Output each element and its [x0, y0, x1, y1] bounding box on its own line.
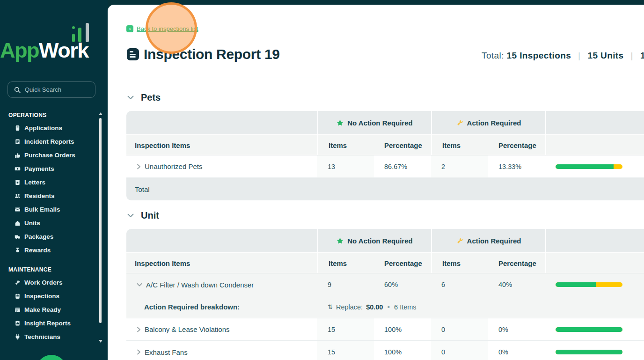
- technicians-icon: [15, 334, 21, 340]
- table-row-balcony[interactable]: Balcony & Lease Violations 15 100% 0 0%: [126, 318, 644, 341]
- chevron-down-icon[interactable]: [127, 213, 134, 218]
- insight-reports-icon: [15, 320, 21, 326]
- total-label: Total:: [482, 51, 504, 60]
- progress-bar: [556, 327, 622, 332]
- section-pets-title: Pets: [141, 92, 161, 103]
- chevron-down-icon[interactable]: [137, 283, 142, 287]
- sidebar-nav: OPERATIONS Applications Incident Reports…: [0, 112, 108, 344]
- units-icon: [15, 220, 21, 226]
- make-ready-icon: [15, 307, 21, 313]
- progress-bar: [556, 164, 622, 169]
- click-indicator: [146, 2, 197, 54]
- progress-bar: [556, 282, 622, 287]
- wrench-icon: [456, 237, 463, 244]
- breakdown-row: Action Required breakdown: ⇅ Replace: $0…: [126, 296, 644, 318]
- column-header-row: Inspection Items Items Percentage Items …: [126, 134, 644, 155]
- main-content: ‹ Back to inspections list Inspection Re…: [108, 5, 644, 360]
- star-icon: [337, 237, 344, 244]
- breakdown-label: Action Required breakdown:: [126, 296, 317, 318]
- sidebar-item-rewards[interactable]: Rewards: [0, 243, 108, 257]
- inspections-icon: [15, 293, 21, 299]
- letters-icon: [15, 179, 21, 185]
- group-header-row: No Action Required Action Required: [126, 111, 644, 134]
- sort-arrows-icon: ⇅: [328, 303, 333, 310]
- sidebar: AppWork Quick Search OPERATIONS Applicat…: [0, 0, 108, 360]
- sidebar-scrollbar[interactable]: [99, 118, 102, 323]
- percentage-header: Percentage: [488, 135, 545, 155]
- search-icon: [14, 87, 21, 93]
- items-header: Items: [317, 135, 374, 155]
- sidebar-item-inspections[interactable]: Inspections: [0, 289, 108, 303]
- unit-table: No Action Required Action Required Inspe…: [126, 229, 644, 360]
- header-divider: [126, 78, 644, 78]
- percentage-header: Percentage: [374, 135, 431, 155]
- logo-bar-icon: [78, 28, 81, 42]
- report-icon: [127, 48, 139, 60]
- total-clipped: 15: [640, 51, 644, 60]
- column-header-row: Inspection Items Items Percentage Items …: [126, 252, 644, 273]
- chevron-right-icon[interactable]: [137, 349, 141, 355]
- sidebar-item-residents[interactable]: Residents: [0, 189, 108, 203]
- back-arrow-icon[interactable]: ‹: [126, 25, 133, 32]
- no-action-required-header: No Action Required: [317, 229, 431, 252]
- applications-icon: [15, 125, 21, 131]
- logo-work-text: Work: [39, 38, 88, 62]
- progress-bar: [556, 350, 622, 354]
- sidebar-item-technicians[interactable]: Technicians: [0, 330, 108, 344]
- rewards-icon: [15, 247, 21, 253]
- table-row-exhaust-fans[interactable]: Exhaust Fans 15 100% 0 0%: [126, 341, 644, 360]
- sidebar-item-applications[interactable]: Applications: [0, 121, 108, 135]
- total-row: Total: [126, 178, 644, 200]
- appwork-logo: AppWork: [0, 38, 88, 63]
- sidebar-item-letters[interactable]: Letters: [0, 176, 108, 189]
- chevron-right-icon[interactable]: [137, 327, 141, 332]
- nav-section-maintenance: MAINTENANCE: [0, 266, 108, 273]
- sidebar-item-packages[interactable]: Packages: [0, 230, 108, 243]
- star-icon: [337, 119, 344, 126]
- percentage-header: Percentage: [374, 253, 431, 273]
- chat-fab-button[interactable]: [37, 355, 66, 360]
- pets-table: No Action Required Action Required Inspe…: [126, 111, 644, 200]
- logo-bar-icon: [72, 26, 75, 29]
- inspection-items-header: Inspection Items: [126, 253, 317, 273]
- items-header: Items: [431, 253, 488, 273]
- section-unit-header: Unit: [127, 210, 159, 221]
- incident-reports-icon: [15, 139, 21, 145]
- sidebar-item-units[interactable]: Units: [0, 216, 108, 230]
- chevron-right-icon[interactable]: [137, 164, 141, 169]
- totals-summary: Total: 15 Inspections|15 Units|15: [482, 51, 644, 61]
- sidebar-item-bulk-emails[interactable]: Bulk Emails: [0, 203, 108, 216]
- action-required-header: Action Required: [431, 111, 545, 134]
- sidebar-item-payments[interactable]: Payments: [0, 162, 108, 176]
- wrench-icon: [456, 119, 463, 126]
- purchase-orders-icon: [15, 152, 21, 158]
- table-row-unauthorized-pets[interactable]: Unauthorized Pets 13 86.67% 2 13.33%: [126, 155, 644, 178]
- sidebar-item-work-orders[interactable]: Work Orders: [0, 276, 108, 289]
- section-unit-title: Unit: [141, 210, 159, 221]
- scrollbar-up-arrow[interactable]: [99, 112, 102, 115]
- table-row-ac-filter[interactable]: A/C Filter / Wash down Condenser 9 60% 6…: [126, 273, 644, 296]
- items-header: Items: [317, 253, 374, 273]
- sidebar-item-purchase-orders[interactable]: Purchase Orders: [0, 148, 108, 162]
- logo-app-text: App: [0, 38, 39, 62]
- sidebar-item-insight-reports[interactable]: Insight Reports: [0, 316, 108, 330]
- group-header-row: No Action Required Action Required: [126, 229, 644, 252]
- percentage-header: Percentage: [488, 253, 545, 273]
- work-orders-icon: [15, 279, 21, 286]
- quick-search-placeholder: Quick Search: [25, 86, 61, 93]
- sidebar-item-make-ready[interactable]: Make Ready: [0, 303, 108, 316]
- logo-bar-icon: [86, 23, 89, 42]
- action-required-header: Action Required: [431, 229, 545, 252]
- packages-icon: [15, 234, 21, 240]
- title-row: Inspection Report 19: [127, 46, 280, 62]
- inspection-items-header: Inspection Items: [126, 135, 317, 155]
- quick-search-input[interactable]: Quick Search: [7, 81, 95, 98]
- scrollbar-down-arrow[interactable]: [99, 340, 102, 343]
- logo-bar-icon: [72, 34, 75, 42]
- chevron-down-icon[interactable]: [127, 96, 134, 100]
- residents-icon: [15, 193, 21, 199]
- sidebar-item-incident-reports[interactable]: Incident Reports: [0, 135, 108, 148]
- items-header: Items: [431, 135, 488, 155]
- payments-icon: [15, 166, 21, 172]
- no-action-required-header: No Action Required: [317, 111, 431, 134]
